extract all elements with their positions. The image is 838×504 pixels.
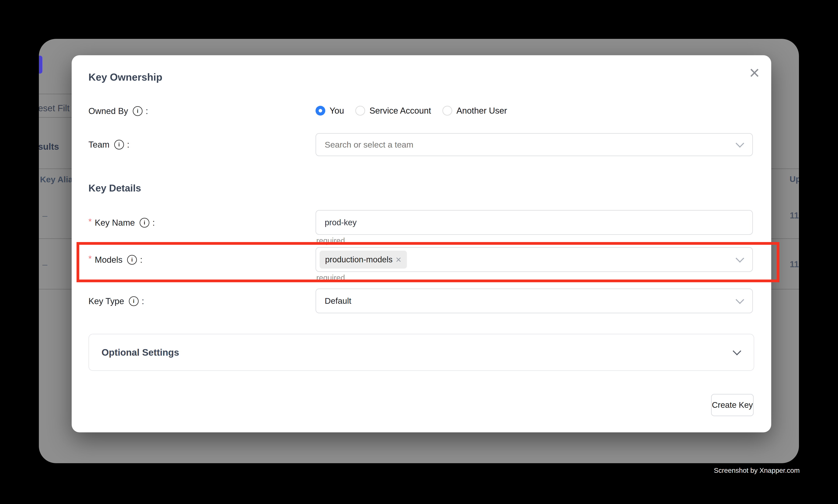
- info-icon[interactable]: i: [114, 140, 124, 149]
- selected-model-tag[interactable]: production-models ×: [320, 251, 407, 269]
- key-name-label: * Key Name i :: [88, 217, 155, 228]
- radio-option-label[interactable]: You: [329, 106, 344, 115]
- table-row-key-alias: –: [42, 259, 48, 270]
- table-header-updated: Up: [789, 174, 799, 184]
- radio-selected-icon[interactable]: [316, 106, 325, 115]
- label-colon: :: [140, 255, 142, 265]
- radio-option-you[interactable]: You: [316, 106, 344, 115]
- required-asterisk: *: [88, 254, 92, 263]
- table-row-divider-left: [39, 289, 72, 289]
- models-validation-message: required: [316, 273, 345, 282]
- owned-by-radio-group: You Service Account Another User: [316, 105, 518, 116]
- table-top-border-left: [39, 168, 72, 169]
- team-label-text: Team: [88, 140, 109, 149]
- label-colon: :: [127, 140, 129, 149]
- label-colon: :: [153, 218, 155, 228]
- radio-option-service-account[interactable]: Service Account: [355, 106, 431, 115]
- info-icon[interactable]: i: [140, 218, 149, 228]
- team-search-input[interactable]: [316, 134, 695, 156]
- chevron-down-icon[interactable]: [736, 139, 744, 148]
- table-row-divider-right: [771, 238, 799, 239]
- key-type-label: Key Type i :: [88, 296, 144, 307]
- table-row-divider-right: [771, 289, 799, 289]
- owned-by-label-text: Owned By: [88, 106, 128, 116]
- team-select[interactable]: [316, 133, 753, 156]
- info-icon[interactable]: i: [129, 296, 139, 306]
- label-colon: :: [146, 106, 148, 116]
- models-label: * Models i :: [88, 254, 142, 265]
- info-icon[interactable]: i: [133, 106, 143, 116]
- create-key-modal: Key Ownership × Owned By i : You Service…: [72, 55, 771, 432]
- key-details-section-title: Key Details: [88, 182, 141, 194]
- optional-settings-panel[interactable]: Optional Settings: [88, 334, 754, 371]
- reset-filters-button-bottom-border: [39, 117, 72, 118]
- table-row-divider-left: [39, 238, 72, 239]
- owned-by-label: Owned By i :: [88, 106, 148, 116]
- tag-remove-icon[interactable]: ×: [396, 255, 402, 265]
- radio-unselected-icon[interactable]: [355, 106, 365, 115]
- table-row-key-alias: –: [42, 210, 48, 221]
- reset-filters-button-fragment[interactable]: eset Filt: [39, 103, 70, 113]
- key-name-field[interactable]: [316, 210, 753, 235]
- watermark-text: Screenshot by Xnapper.com: [714, 467, 800, 474]
- info-icon[interactable]: i: [127, 255, 137, 265]
- key-type-select[interactable]: Default: [316, 288, 753, 313]
- key-type-selected-value: Default: [316, 296, 351, 306]
- close-icon[interactable]: ×: [746, 64, 763, 82]
- key-name-input[interactable]: [316, 211, 695, 234]
- radio-option-another-user[interactable]: Another User: [442, 106, 507, 115]
- reset-filters-button-top-border: [39, 94, 72, 94]
- table-row-updated: 11/: [790, 259, 799, 269]
- key-name-label-text: Key Name: [95, 218, 135, 228]
- modal-title: Key Ownership: [88, 71, 162, 83]
- radio-option-label[interactable]: Service Account: [370, 106, 431, 115]
- results-count-fragment: sults: [39, 141, 59, 152]
- label-colon: :: [142, 296, 144, 306]
- radio-unselected-icon[interactable]: [442, 106, 452, 115]
- team-label: Team i :: [88, 139, 129, 150]
- optional-settings-title: Optional Settings: [102, 347, 179, 358]
- models-select[interactable]: production-models ×: [316, 247, 753, 272]
- chevron-down-icon[interactable]: [736, 254, 744, 263]
- required-asterisk: *: [88, 217, 92, 226]
- key-type-label-text: Key Type: [88, 296, 124, 306]
- chevron-down-icon[interactable]: [736, 295, 744, 304]
- models-label-text: Models: [95, 255, 122, 265]
- create-key-button[interactable]: Create Key: [711, 394, 754, 416]
- table-row-updated: 11/: [790, 211, 799, 220]
- chevron-down-icon[interactable]: [733, 347, 741, 356]
- selected-model-tag-label: production-models: [325, 255, 393, 264]
- table-top-border-right: [771, 168, 799, 169]
- radio-option-label[interactable]: Another User: [457, 106, 507, 115]
- create-key-button-fragment[interactable]: [39, 56, 42, 74]
- key-name-validation-message: required: [316, 236, 345, 245]
- table-header-key-alias: Key Alia: [40, 175, 73, 184]
